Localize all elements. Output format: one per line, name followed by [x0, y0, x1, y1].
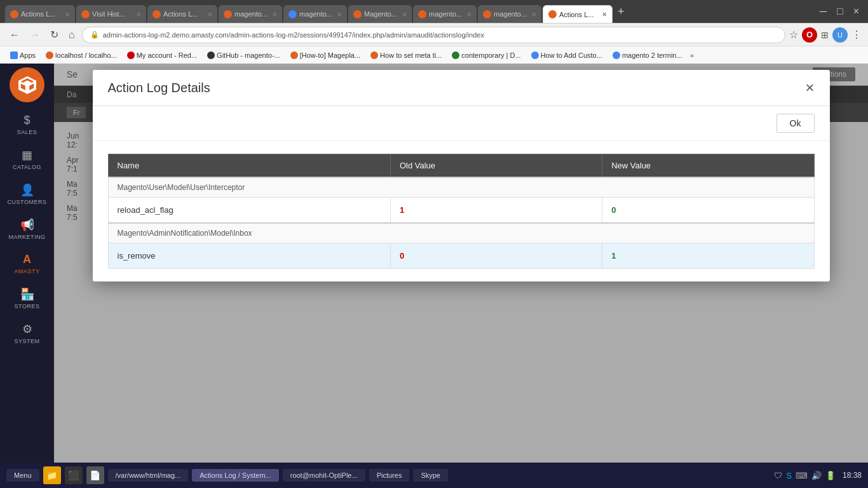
close-button[interactable]: ×: [850, 6, 863, 17]
taskbar-time: 18:38: [839, 471, 862, 480]
bookmark-localhost-label: localhost / localho...: [55, 51, 117, 59]
user-avatar[interactable]: U: [832, 27, 848, 43]
sidebar-item-customers[interactable]: 👤 CUSTOMERS: [0, 177, 54, 212]
bookmark-contemporary[interactable]: contemporary | D...: [447, 50, 526, 60]
bookmark-localhost[interactable]: localhost / localho...: [41, 50, 122, 60]
ok-button[interactable]: Ok: [776, 114, 815, 133]
taskbar-item-pictures[interactable]: Pictures: [369, 469, 410, 482]
tab-label-4: magento...: [234, 10, 268, 18]
bookmark-magento2[interactable]: magento 2 termin...: [607, 50, 688, 60]
table-row-2: is_remove 0 1: [108, 243, 814, 269]
browser-tab-7[interactable]: magento... ×: [413, 5, 477, 23]
sidebar-item-stores-label: STORES: [15, 303, 40, 309]
browser-tab-3[interactable]: Actions L... ×: [147, 5, 217, 23]
bookmark-myaccount-favicon: [127, 51, 135, 59]
row-1-old-value: 1: [390, 198, 602, 224]
row-1-new-value: 0: [602, 198, 814, 224]
reload-button[interactable]: ↻: [47, 27, 62, 42]
taskbar: Menu 📁 ⬛ 📄 /var/www/html/mag... Actions …: [0, 463, 868, 488]
bookmark-howto-add[interactable]: How to Add Custo...: [526, 50, 607, 60]
dialog-title: Action Log Details: [108, 81, 210, 95]
bookmark-magento2-label: magento 2 termin...: [622, 51, 682, 59]
sidebar: $ SALES ▦ CATALOG 👤 CUSTOMERS 📢 MARKETIN…: [0, 64, 54, 463]
catalog-icon: ▦: [22, 148, 32, 162]
tab-favicon-7: [418, 10, 426, 18]
tab-close-1[interactable]: ×: [65, 10, 70, 19]
taskbar-menu[interactable]: Menu: [6, 469, 39, 482]
tab-close-4[interactable]: ×: [272, 10, 277, 19]
tab-close-5[interactable]: ×: [337, 10, 342, 19]
tab-favicon-8: [483, 10, 491, 18]
sidebar-item-amasty[interactable]: A AMASTY: [0, 247, 54, 281]
taskbar-item-actions-log[interactable]: Actions Log / System...: [192, 469, 279, 482]
main-area: $ SALES ▦ CATALOG 👤 CUSTOMERS 📢 MARKETIN…: [0, 64, 868, 463]
browser-nav-bar: ← → ↻ ⌂ 🔒 admin-actions-log-m2.demo.amas…: [0, 23, 868, 46]
browser-tab-5[interactable]: magento... ×: [283, 5, 347, 23]
address-bar[interactable]: 🔒 admin-actions-log-m2.demo.amasty.com/a…: [82, 27, 785, 43]
bookmark-apps[interactable]: Apps: [5, 50, 41, 60]
bookmark-howto-meta-favicon: [370, 51, 378, 59]
maximize-button[interactable]: □: [833, 6, 847, 17]
tab-close-active[interactable]: ×: [602, 10, 607, 19]
more-bookmarks[interactable]: »: [688, 50, 696, 60]
bookmark-myaccount-label: My account - Red...: [137, 51, 197, 59]
browser-tab-4[interactable]: magento... ×: [219, 5, 282, 23]
opera-icon[interactable]: O: [802, 27, 817, 43]
browser-tab-active[interactable]: Actions L... ×: [543, 5, 613, 23]
sidebar-item-system[interactable]: ⚙ SYSTEM: [0, 316, 54, 351]
bookmark-github[interactable]: GitHub - magento-...: [202, 50, 285, 60]
magento-logo-icon: [17, 75, 37, 95]
back-button[interactable]: ←: [6, 28, 23, 42]
tab-label-7: magento...: [429, 10, 462, 18]
tab-close-3[interactable]: ×: [207, 10, 212, 19]
dialog-table-wrapper: Name Old Value New Value Magento\User\Mo…: [93, 141, 830, 281]
taskbar-item-skype[interactable]: Skype: [413, 469, 448, 482]
stores-icon: 🏪: [20, 287, 34, 301]
menu-button[interactable]: ⋮: [851, 29, 862, 41]
dialog-overlay: Action Log Details × Ok Name Old Value: [54, 64, 868, 463]
shield-icon: 🛡: [774, 471, 782, 480]
system-icon: ⚙: [22, 322, 32, 336]
tab-favicon-2: [81, 10, 90, 18]
taskbar-system-icons: 🛡 S ⌨ 🔊 🔋: [774, 471, 836, 480]
forward-button[interactable]: →: [27, 28, 43, 42]
browser-tab-1[interactable]: Actions L... ×: [5, 5, 75, 23]
minimize-button[interactable]: ─: [816, 6, 831, 17]
bookmark-magepla[interactable]: [How-to] Magepla...: [285, 50, 365, 60]
browser-tab-8[interactable]: magento... ×: [478, 5, 541, 23]
browser-tab-6[interactable]: Magento... ×: [348, 5, 412, 23]
tab-close-2[interactable]: ×: [136, 10, 141, 19]
taskbar-item-terminal[interactable]: root@mohit-OptiPle...: [283, 469, 365, 482]
tab-close-7[interactable]: ×: [466, 10, 471, 19]
table-header: Name Old Value New Value: [108, 154, 814, 178]
tab-favicon-4: [224, 10, 232, 18]
sidebar-item-catalog[interactable]: ▦ CATALOG: [0, 142, 54, 177]
tab-label-3: Actions L...: [163, 10, 198, 18]
volume-icon: 🔊: [811, 471, 822, 480]
tab-close-6[interactable]: ×: [402, 10, 407, 19]
home-button[interactable]: ⌂: [65, 28, 78, 42]
bookmark-magepla-label: [How-to] Magepla...: [300, 51, 360, 59]
extensions-icon[interactable]: ⊞: [821, 30, 829, 40]
tab-label-2: Visit Hist...: [92, 10, 125, 18]
bookmark-myaccount[interactable]: My account - Red...: [122, 50, 202, 60]
taskbar-icon-2: ⬛: [65, 466, 83, 484]
tab-favicon-5: [288, 10, 297, 18]
sidebar-item-stores[interactable]: 🏪 STORES: [0, 281, 54, 316]
details-table: Name Old Value New Value Magento\User\Mo…: [108, 154, 815, 269]
dialog-close-button[interactable]: ×: [805, 80, 814, 95]
sidebar-item-marketing[interactable]: 📢 MARKETING: [0, 212, 54, 247]
bookmark-star-button[interactable]: ☆: [789, 29, 798, 41]
sidebar-item-sales[interactable]: $ SALES: [0, 107, 54, 142]
taskbar-item-files[interactable]: /var/www/html/mag...: [108, 469, 189, 482]
battery-icon: 🔋: [825, 471, 836, 480]
browser-tab-2[interactable]: Visit Hist... ×: [76, 5, 146, 23]
table-row-1: reload_acl_flag 1 0: [108, 198, 814, 224]
dialog: Action Log Details × Ok Name Old Value: [93, 70, 830, 281]
row-2-name: is_remove: [108, 243, 390, 269]
tab-close-8[interactable]: ×: [531, 10, 536, 19]
bookmark-howto-add-favicon: [531, 51, 539, 59]
bookmark-howto-meta[interactable]: How to set meta ti...: [365, 50, 447, 60]
tab-favicon-active: [548, 10, 557, 18]
new-tab-button[interactable]: +: [614, 5, 628, 18]
